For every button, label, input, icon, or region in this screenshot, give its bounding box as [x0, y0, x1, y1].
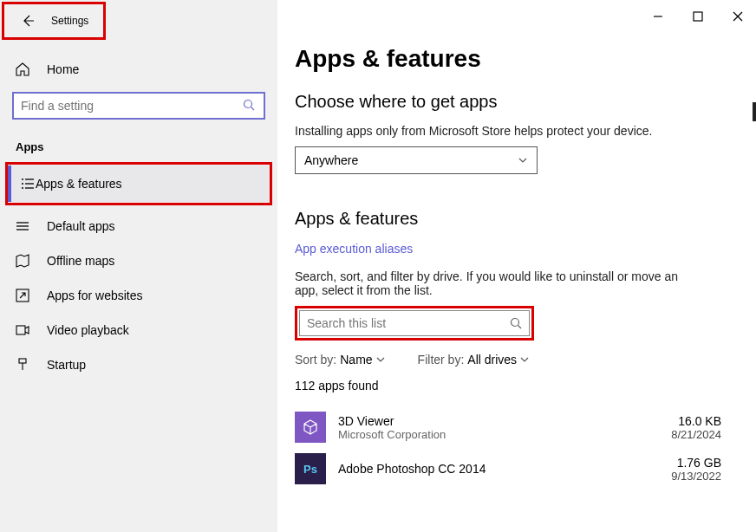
startup-icon: [14, 356, 31, 373]
search-wrap: [12, 92, 265, 120]
app-date: 8/21/2024: [671, 428, 721, 441]
sidebar-item-video-playback[interactable]: Video playback: [0, 313, 277, 347]
maximize-button[interactable]: [690, 9, 706, 24]
svg-rect-13: [19, 359, 26, 363]
sidebar-section-title: Apps: [0, 128, 277, 159]
get-apps-select[interactable]: Anywhere: [295, 146, 538, 174]
svg-line-1: [251, 107, 255, 111]
close-button[interactable]: [730, 9, 746, 24]
back-icon[interactable]: [20, 13, 36, 29]
list-icon: [20, 176, 36, 191]
sidebar-item-home[interactable]: Home: [0, 52, 277, 87]
get-apps-heading: Choose where to get apps: [295, 92, 721, 112]
chevron-down-icon: [520, 355, 529, 364]
apps-count: 112 apps found: [295, 379, 721, 393]
app-size: 1.76 GB: [671, 456, 721, 470]
app-row[interactable]: Ps Adobe Photoshop CC 2014 1.76 GB 9/13/…: [295, 448, 721, 490]
sort-label: Sort by:: [295, 353, 336, 367]
app-date: 9/13/2022: [671, 470, 721, 483]
app-row[interactable]: 3D Viewer Microsoft Corporation 16.0 KB …: [295, 406, 721, 448]
page-title: Apps & features: [295, 45, 721, 73]
sort-filter-row: Sort by: Name Filter by: All drives: [295, 353, 721, 367]
svg-rect-12: [16, 326, 25, 334]
chevron-down-icon: [376, 355, 385, 364]
search-icon: [243, 99, 257, 113]
scrollbar-thumb[interactable]: [753, 102, 756, 121]
svg-point-0: [244, 101, 252, 108]
apps-search-input[interactable]: [307, 316, 510, 330]
apps-search[interactable]: [299, 310, 530, 336]
filter-by[interactable]: Filter by: All drives: [418, 353, 529, 367]
app-name: 3D Viewer: [338, 414, 671, 428]
sort-by[interactable]: Sort by: Name: [295, 353, 385, 367]
svg-line-20: [518, 326, 522, 329]
filter-label: Filter by:: [418, 353, 465, 367]
apps-section-heading: Apps & features: [295, 209, 721, 229]
sidebar-item-label: Video playback: [47, 323, 129, 337]
sidebar-item-label: Startup: [47, 358, 86, 372]
svg-rect-16: [694, 12, 702, 21]
app-size: 16.0 KB: [671, 414, 721, 428]
select-value: Anywhere: [304, 153, 358, 167]
chevron-down-icon: [518, 155, 528, 165]
sidebar-item-label: Default apps: [47, 219, 115, 233]
list-desc: Search, sort, and filter by drive. If yo…: [295, 269, 694, 297]
sort-value: Name: [340, 353, 372, 367]
header-back-region: Settings: [2, 2, 106, 40]
search-input[interactable]: [21, 99, 243, 113]
sidebar: Settings Home Apps Apps & features Defau…: [0, 0, 277, 532]
app-publisher: Microsoft Corporation: [338, 428, 671, 441]
minimize-button[interactable]: [650, 9, 666, 24]
window-controls: [650, 9, 746, 24]
video-icon: [14, 321, 31, 339]
highlight-box: [295, 306, 534, 341]
sidebar-item-offline-maps[interactable]: Offline maps: [0, 243, 277, 278]
app-icon: Ps: [295, 453, 326, 484]
filter-value: All drives: [467, 353, 517, 367]
settings-search[interactable]: [12, 92, 265, 120]
sidebar-item-default-apps[interactable]: Default apps: [0, 209, 277, 243]
search-icon: [510, 317, 522, 329]
sidebar-item-apps-websites[interactable]: Apps for websites: [0, 278, 277, 313]
window-title: Settings: [51, 15, 88, 27]
get-apps-desc: Installing apps only from Microsoft Stor…: [295, 124, 721, 138]
aliases-link[interactable]: App execution aliases: [295, 242, 413, 256]
sidebar-item-apps-features[interactable]: Apps & features: [8, 165, 270, 202]
sidebar-item-label: Apps & features: [36, 177, 122, 191]
highlight-box: Apps & features: [5, 162, 272, 205]
sidebar-item-label: Home: [47, 62, 79, 76]
app-icon: [295, 412, 326, 443]
sidebar-item-label: Apps for websites: [47, 289, 143, 302]
default-apps-icon: [14, 217, 31, 235]
home-icon: [14, 61, 31, 78]
app-name: Adobe Photoshop CC 2014: [338, 462, 671, 476]
external-icon: [14, 287, 31, 304]
map-icon: [14, 252, 31, 269]
main-content: Apps & features Choose where to get apps…: [277, 0, 756, 532]
sidebar-item-startup[interactable]: Startup: [0, 347, 277, 382]
sidebar-item-label: Offline maps: [47, 254, 114, 268]
svg-point-19: [512, 319, 519, 327]
